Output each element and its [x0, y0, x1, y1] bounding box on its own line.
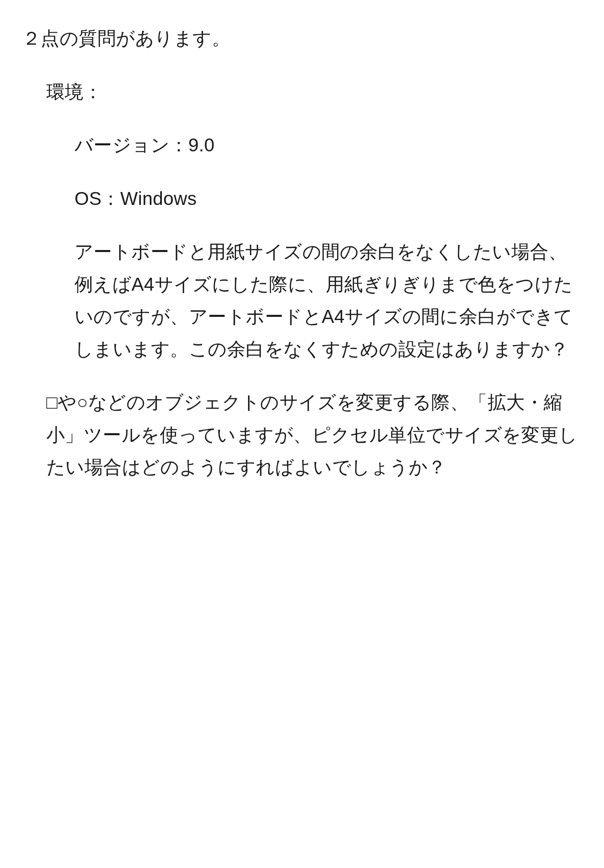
- question-1: アートボードと用紙サイズの間の余白をなくしたい場合、例えばA4サイズにした際に、…: [74, 236, 582, 365]
- content-section: 環境： バージョン：9.0 OS：Windows アートボードと用紙サイズの間の…: [22, 76, 582, 484]
- os-line: OS：Windows: [74, 182, 582, 215]
- version-line: バージョン：9.0: [74, 129, 582, 161]
- intro-text: ２点の質問があります。: [22, 22, 582, 55]
- question-2: □や○などのオブジェクトのサイズを変更する際、「拡大・縮小」ツールを使っています…: [46, 386, 582, 484]
- environment-details: バージョン：9.0 OS：Windows アートボードと用紙サイズの間の余白をな…: [46, 129, 582, 365]
- environment-label: 環境：: [46, 76, 582, 108]
